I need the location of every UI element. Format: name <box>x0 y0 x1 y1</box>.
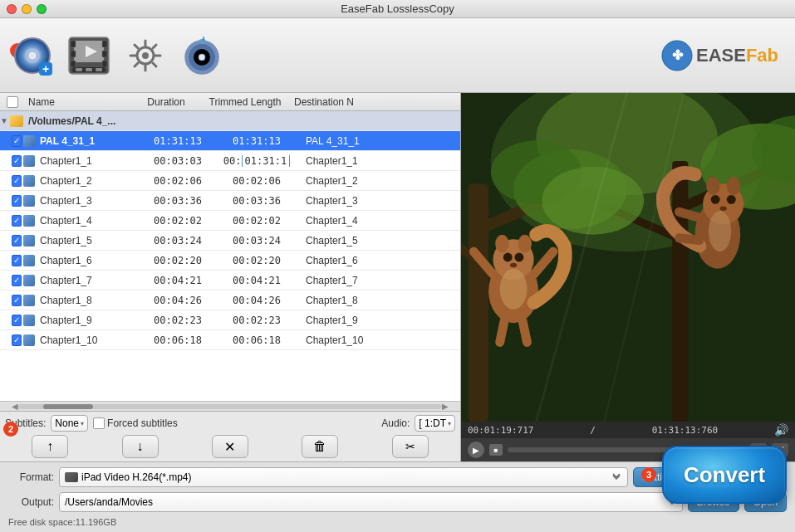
svg-point-50 <box>514 253 523 262</box>
col-header-dest: Destination N <box>291 96 428 108</box>
table-row[interactable]: ✓ Chapter1_4 00:02:02 00:02:02 Chapter1_… <box>0 211 460 231</box>
row-dest: Chapter1_3 <box>302 195 439 207</box>
table-row[interactable]: ✓ Chapter1_9 00:02:23 00:02:23 Chapter1_… <box>0 310 460 330</box>
table-row[interactable]: ▼ /Volumes/PAL 4_... <box>0 111 460 131</box>
table-row[interactable]: ✓ Chapter1_7 00:04:21 00:04:21 Chapter1_… <box>0 271 460 290</box>
svg-line-55 <box>523 320 527 342</box>
add-badge-icon: + <box>39 62 52 76</box>
add-video-button[interactable] <box>65 32 113 80</box>
table-row[interactable]: ✓ Chapter1_10 00:06:18 00:06:18 Chapter1… <box>0 330 460 350</box>
forced-subtitle-label: Forced subtitles <box>107 417 178 429</box>
row-checkbox[interactable]: ✓ <box>12 255 22 266</box>
svg-rect-10 <box>76 68 82 71</box>
convert-button[interactable]: Convert <box>662 446 787 504</box>
stop-button[interactable]: ■ <box>489 444 503 456</box>
close-button[interactable] <box>7 4 17 14</box>
row-trimmed: 00:04:21 <box>211 275 302 286</box>
video-duration: / <box>590 425 596 436</box>
toolbar: 1 + <box>0 18 795 93</box>
burn-button[interactable] <box>178 32 226 80</box>
volume-icon[interactable]: 🔊 <box>774 423 788 437</box>
svg-point-60 <box>727 177 740 195</box>
file-icon <box>23 135 35 147</box>
row-checkbox[interactable]: ✓ <box>12 215 22 227</box>
move-down-button[interactable]: ↓ <box>122 435 159 458</box>
table-row[interactable]: ✓ Chapter1_1 00:03:03 00:01:31:1 Chapter… <box>0 151 460 171</box>
output-value: /Users/anda/Movies <box>65 496 153 508</box>
format-select[interactable]: iPad Video H.264(*.mp4) <box>59 467 628 487</box>
row-duration: 00:03:24 <box>145 235 211 246</box>
move-up-button[interactable]: ↑ <box>32 435 68 458</box>
select-all-checkbox[interactable] <box>7 96 18 108</box>
table-body: ▼ /Volumes/PAL 4_... ✓ <box>0 111 460 401</box>
remove-button[interactable]: ✕ <box>212 435 248 458</box>
scroll-left-arrow[interactable]: ◀ <box>12 402 18 411</box>
film-icon <box>67 36 110 76</box>
svg-point-59 <box>706 177 719 195</box>
gear-icon <box>124 34 167 77</box>
row-checkbox[interactable]: ✓ <box>12 135 22 147</box>
svg-rect-11 <box>86 68 92 71</box>
subtitle-select[interactable]: None ▾ <box>51 415 88 432</box>
delete-button[interactable]: 🗑 <box>302 435 338 458</box>
row-trimmed: 00:03:24 <box>211 235 302 246</box>
settings-button[interactable] <box>121 32 169 80</box>
col-header-duration: Duration <box>133 96 199 108</box>
table-row[interactable]: ✓ Chapter1_2 00:02:06 00:02:06 Chapter1_… <box>0 171 460 191</box>
scroll-thumb[interactable] <box>43 404 93 409</box>
file-icon <box>23 155 35 167</box>
row-checkbox[interactable]: ✓ <box>12 295 22 306</box>
row-selected-dest: PAL 4_31_1 <box>302 135 439 147</box>
file-icon <box>23 195 35 207</box>
svg-point-42 <box>542 167 644 235</box>
row-checkbox[interactable]: ✓ <box>12 195 22 207</box>
table-row[interactable]: ✓ Chapter1_3 00:03:36 00:03:36 Chapter1_… <box>0 191 460 211</box>
play-button[interactable]: ▶ <box>468 442 484 458</box>
row-duration: 00:03:36 <box>145 195 211 207</box>
table-row[interactable]: ✓ Chapter1_6 00:02:20 00:02:20 Chapter1_… <box>0 251 460 271</box>
row-name: Chapter1_2 <box>37 175 145 187</box>
svg-rect-5 <box>102 41 107 47</box>
output-select[interactable]: /Users/anda/Movies <box>59 492 683 512</box>
easefab-logo: ✤ EASEFab <box>661 40 778 71</box>
table-row[interactable]: ✓ Chapter1_5 00:03:24 00:03:24 Chapter1_… <box>0 231 460 251</box>
right-panel: 00:01:19:717 / 01:31:13:760 🔊 ▶ ■ 📷 ⛶ <box>461 93 795 461</box>
easefab-logo-icon: ✤ <box>661 40 693 71</box>
svg-point-51 <box>510 263 517 267</box>
svg-point-61 <box>711 195 720 204</box>
add-dvd-button[interactable]: + <box>8 32 56 80</box>
bottom-panel: 2 3 Format: iPad Video H.264(*.mp4) Sett… <box>0 461 795 532</box>
forced-subtitle-checkbox[interactable] <box>93 417 105 429</box>
dvd-icon: + <box>11 34 54 77</box>
trim-button[interactable]: ✂ <box>392 435 429 458</box>
table-row[interactable]: ✓ PAL 4_31_1 01:31:13 01:31:13 PAL 4_31_… <box>0 131 460 151</box>
subtitle-arrow-icon: ▾ <box>81 420 84 427</box>
maximize-button[interactable] <box>37 4 47 14</box>
horizontal-scrollbar[interactable]: ◀ ▶ <box>0 401 460 411</box>
row-checkbox[interactable]: ✓ <box>12 334 22 346</box>
audio-select[interactable]: [ 1:DT ▾ <box>415 415 455 432</box>
row-name: Chapter1_6 <box>37 255 145 266</box>
scroll-right-arrow[interactable]: ▶ <box>442 402 449 411</box>
svg-rect-6 <box>102 51 107 57</box>
svg-point-14 <box>142 52 149 59</box>
row-dest: Chapter1_2 <box>302 175 439 187</box>
scroll-track[interactable] <box>18 404 442 409</box>
row-dest: Chapter1_4 <box>302 215 439 227</box>
row-checkbox[interactable]: ✓ <box>12 275 22 286</box>
row-checkbox[interactable]: ✓ <box>12 175 22 187</box>
row-trimmed: 00:02:06 <box>211 175 302 187</box>
file-table: Name Duration Trimmed Length Destination… <box>0 93 460 401</box>
window-controls[interactable] <box>7 4 47 14</box>
table-row[interactable]: ✓ Chapter1_8 00:04:26 00:04:26 Chapter1_… <box>0 290 460 310</box>
row-checkbox[interactable]: ✓ <box>12 315 22 326</box>
row-duration: 00:02:06 <box>145 175 211 187</box>
row-name: Chapter1_4 <box>37 215 145 227</box>
forced-subtitle-container: Forced subtitles <box>93 417 178 429</box>
row-checkbox[interactable]: ✓ <box>12 235 22 246</box>
row-checkbox[interactable]: ✓ <box>12 155 22 167</box>
minimize-button[interactable] <box>22 4 32 14</box>
svg-line-64 <box>679 212 699 217</box>
video-timestamp: 00:01:19:717 <box>468 425 533 436</box>
svg-line-65 <box>679 238 699 241</box>
